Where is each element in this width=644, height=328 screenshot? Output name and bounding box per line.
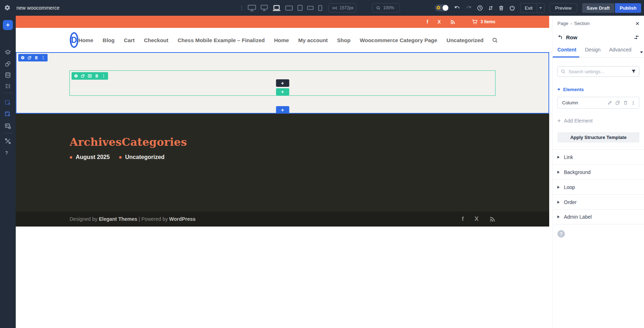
device-tablet-landscape-icon[interactable] bbox=[285, 5, 293, 11]
apply-structure-template-button[interactable]: Apply Structure Template bbox=[557, 132, 639, 143]
credits-wordpress-link[interactable]: WordPress bbox=[169, 216, 196, 222]
search-settings-input[interactable] bbox=[557, 66, 639, 77]
nav-item[interactable]: Home bbox=[78, 37, 93, 43]
nav-item[interactable]: Blog bbox=[103, 37, 114, 43]
tab-advanced[interactable]: Advanced bbox=[609, 47, 631, 58]
save-draft-button[interactable]: Save Draft bbox=[582, 3, 614, 13]
publish-button[interactable]: Publish bbox=[615, 3, 641, 13]
theme-builder-icon[interactable] bbox=[5, 123, 11, 129]
history-clock-icon[interactable] bbox=[477, 5, 483, 11]
add-section-plus-button[interactable]: + bbox=[276, 106, 289, 114]
nav-item[interactable]: Chess Mobile Example – Finalized bbox=[178, 37, 265, 43]
rss-icon[interactable] bbox=[450, 19, 455, 25]
nav-item[interactable]: Checkout bbox=[144, 37, 168, 43]
undo-icon[interactable] bbox=[454, 5, 460, 11]
settings-groups: Link Background Loop Order Admin Label bbox=[553, 149, 644, 224]
site-footer: ArchivesCategories August 2025Uncategori… bbox=[16, 114, 549, 212]
layers-icon[interactable] bbox=[5, 49, 11, 56]
nav-item[interactable]: Cart bbox=[124, 37, 135, 43]
row-settings-gear-icon[interactable] bbox=[74, 74, 78, 78]
filter-funnel-icon[interactable] bbox=[631, 69, 636, 74]
facebook-icon[interactable]: f bbox=[426, 19, 428, 25]
redo-icon[interactable] bbox=[465, 5, 472, 11]
tab-design[interactable]: Design bbox=[585, 47, 601, 58]
add-row-plus-button[interactable]: + bbox=[276, 88, 289, 95]
portability-power-icon[interactable] bbox=[509, 5, 515, 11]
exit-button[interactable]: Exit bbox=[520, 3, 537, 13]
database-icon[interactable] bbox=[5, 72, 11, 78]
footer-link[interactable]: Uncategorized bbox=[119, 154, 165, 160]
close-icon[interactable]: × bbox=[635, 21, 639, 26]
trash-icon[interactable] bbox=[623, 100, 628, 105]
settings-group-row[interactable]: Background bbox=[553, 164, 644, 179]
add-element-button[interactable]: + Add Element bbox=[557, 118, 639, 124]
preview-button[interactable]: Preview bbox=[550, 3, 577, 13]
help-icon[interactable]: ? bbox=[5, 150, 8, 156]
canvas-zoom-field[interactable]: 100% bbox=[372, 3, 400, 13]
site-logo[interactable]: D bbox=[70, 32, 79, 48]
nav-item[interactable]: Shop bbox=[337, 37, 351, 43]
section-more-dots-icon[interactable]: ⋮ bbox=[41, 56, 45, 60]
site-secondary-header: f X 3 Items bbox=[16, 16, 549, 28]
selected-section[interactable]: ⋮ ⋮ + + + bbox=[16, 52, 549, 114]
elements-group-header[interactable]: Elements bbox=[557, 87, 639, 92]
nav-item[interactable]: Woocommerce Category Page bbox=[360, 37, 437, 43]
more-dots-icon[interactable]: ⋮ bbox=[631, 101, 635, 105]
x-twitter-icon[interactable]: X bbox=[474, 215, 478, 223]
x-twitter-icon[interactable]: X bbox=[438, 19, 441, 25]
device-tablet-portrait-icon[interactable] bbox=[297, 5, 303, 11]
expand-panel-icon[interactable] bbox=[634, 35, 639, 40]
tools-icon[interactable] bbox=[5, 138, 11, 144]
section-trash-icon[interactable] bbox=[34, 56, 38, 60]
row-trash-icon[interactable] bbox=[95, 74, 99, 78]
nav-item[interactable]: Uncategorized bbox=[447, 37, 483, 43]
rss-icon[interactable] bbox=[489, 216, 496, 222]
header-cart[interactable]: 3 Items bbox=[472, 19, 495, 25]
back-hook-arrow-icon[interactable] bbox=[557, 35, 563, 40]
sort-layers-icon[interactable] bbox=[488, 5, 493, 11]
toolbar-more-dots-icon[interactable]: ⋮ bbox=[239, 4, 244, 12]
edit-pencil-icon[interactable] bbox=[608, 100, 612, 105]
device-desktop-wide-icon[interactable] bbox=[248, 5, 256, 11]
exit-dropdown-button[interactable] bbox=[537, 3, 545, 13]
trash-icon[interactable] bbox=[498, 5, 504, 11]
device-desktop-icon[interactable] bbox=[260, 5, 268, 11]
section-duplicate-icon[interactable] bbox=[28, 56, 31, 60]
credits-middle: | Powered by bbox=[137, 216, 169, 222]
panel-help-icon[interactable]: ? bbox=[557, 230, 565, 238]
add-module-button[interactable]: + bbox=[3, 20, 13, 30]
device-phone-portrait-icon[interactable] bbox=[318, 5, 322, 11]
credits-elegant-themes-link[interactable]: Elegant Themes bbox=[99, 216, 137, 222]
nav-search-icon[interactable] bbox=[492, 37, 498, 43]
canvas-width-field[interactable]: 1572px bbox=[328, 3, 356, 13]
duplicate-icon[interactable] bbox=[615, 100, 620, 105]
nav-item[interactable]: Home bbox=[274, 37, 289, 43]
row-duplicate-icon[interactable] bbox=[81, 74, 85, 78]
page-settings-gear-icon[interactable] bbox=[4, 5, 10, 11]
breadcrumb-page[interactable]: Page bbox=[557, 21, 568, 26]
add-module-plus-button[interactable]: + bbox=[276, 79, 289, 87]
section-settings-gear-icon[interactable] bbox=[21, 56, 25, 60]
hover-mode-icon[interactable] bbox=[5, 111, 11, 117]
footer-link[interactable]: August 2025 bbox=[70, 154, 110, 160]
row-more-dots-icon[interactable]: ⋮ bbox=[102, 74, 106, 78]
settings-group-row[interactable]: Admin Label bbox=[553, 209, 644, 224]
settings-group-row[interactable]: Link bbox=[553, 149, 644, 164]
facebook-icon[interactable]: f bbox=[462, 215, 464, 223]
wireframe-view-icon[interactable] bbox=[5, 83, 11, 89]
element-row-column[interactable]: Column ⋮ bbox=[557, 97, 639, 109]
device-laptop-icon[interactable] bbox=[272, 5, 281, 11]
design-presets-icon[interactable] bbox=[5, 61, 11, 67]
element-name: Column bbox=[562, 100, 578, 105]
breadcrumb-section[interactable]: Section bbox=[574, 21, 590, 26]
tab-content[interactable]: Content bbox=[557, 47, 576, 58]
settings-group-row[interactable]: Order bbox=[553, 194, 644, 209]
nav-item[interactable]: My account bbox=[298, 37, 328, 43]
settings-panel: Page › Section × Row Content Design Adva… bbox=[552, 16, 644, 328]
builder-mode-toggle[interactable] bbox=[435, 4, 449, 11]
device-phone-landscape-icon[interactable] bbox=[307, 6, 314, 10]
row-columns-icon[interactable] bbox=[88, 74, 92, 78]
settings-group-row[interactable]: Loop bbox=[553, 179, 644, 194]
responsive-caret-icon[interactable] bbox=[640, 51, 643, 53]
click-mode-icon[interactable] bbox=[5, 99, 11, 106]
